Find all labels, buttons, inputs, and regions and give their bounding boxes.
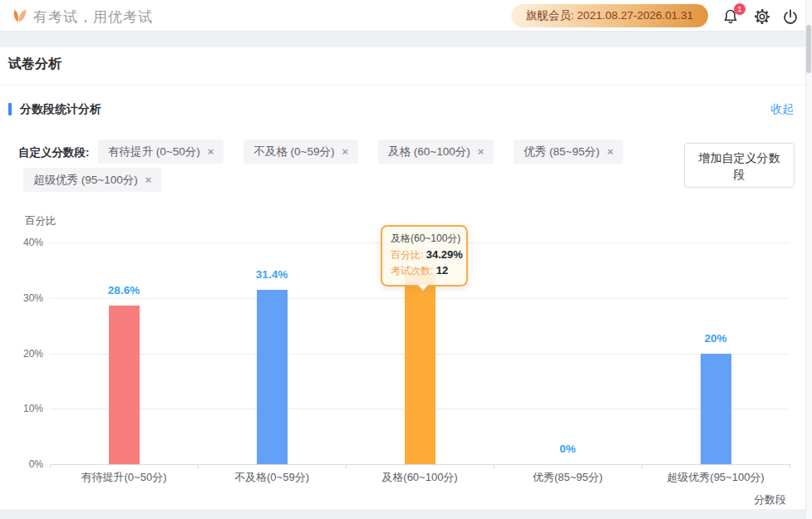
y-tick-label: 20% bbox=[7, 348, 43, 360]
top-header: 有考试，用优考试 旗舰会员: 2021.08.27-2026.01.31 1 bbox=[0, 0, 812, 32]
filter-label: 自定义分数段: bbox=[18, 145, 90, 160]
y-axis-name: 百分比 bbox=[25, 214, 57, 228]
collapse-link[interactable]: 收起 bbox=[770, 102, 794, 117]
x-tick-mark bbox=[50, 464, 51, 468]
score-range-bar-chart: 百分比 40%30%20%10%0%28.6%有待提升(0~50分)31.4%不… bbox=[0, 47, 805, 509]
logout-button[interactable] bbox=[780, 7, 800, 27]
filter-tag-label: 有待提升 (0~50分) bbox=[108, 144, 200, 159]
bar-value-label: 0% bbox=[530, 443, 605, 455]
x-category-label: 不及格(0~59分) bbox=[198, 470, 346, 485]
filter-tag-label: 超级优秀 (95~100分) bbox=[33, 173, 138, 188]
tag-row-2: 超级优秀 (95~100分)× bbox=[23, 168, 161, 192]
x-tick-mark bbox=[642, 464, 642, 468]
bar-value-label: 31.4% bbox=[234, 268, 309, 281]
x-tick-mark bbox=[790, 464, 790, 468]
filter-tag[interactable]: 不及格 (0~59分)× bbox=[244, 140, 358, 164]
filter-tag[interactable]: 有待提升 (0~50分)× bbox=[98, 140, 224, 164]
filter-tag-label: 优秀 (85~95分) bbox=[524, 144, 599, 159]
bar-3[interactable] bbox=[405, 274, 436, 464]
filter-tag[interactable]: 超级优秀 (95~100分)× bbox=[23, 168, 161, 192]
x-category-label: 超级优秀(95~100分) bbox=[642, 470, 790, 485]
main-panel: 试卷分析 分数段统计分析 收起 自定义分数段: 有待提升 (0~50分)×不及格… bbox=[0, 47, 805, 509]
app-logo-icon[interactable] bbox=[10, 6, 30, 26]
x-category-label: 及格(60~100分) bbox=[346, 470, 494, 485]
x-tick-mark bbox=[346, 464, 347, 468]
scrollbar-thumb[interactable] bbox=[806, 25, 811, 73]
tag-row-1: 有待提升 (0~50分)×不及格 (0~59分)×及格 (60~100分)×优秀… bbox=[98, 140, 623, 164]
y-tick-label: 0% bbox=[7, 458, 43, 470]
bar-value-label: 20% bbox=[678, 332, 753, 345]
power-icon bbox=[780, 7, 800, 27]
app-window: 有考试，用优考试 旗舰会员: 2021.08.27-2026.01.31 1 bbox=[0, 0, 812, 519]
bar-1[interactable] bbox=[109, 306, 140, 464]
filter-tag-label: 不及格 (0~59分) bbox=[253, 144, 334, 159]
remove-tag-icon[interactable]: × bbox=[208, 146, 214, 157]
settings-button[interactable] bbox=[752, 7, 772, 27]
x-axis-name: 分数段 bbox=[754, 492, 786, 507]
bar-2[interactable] bbox=[257, 290, 288, 464]
notification-count-badge: 1 bbox=[734, 3, 746, 15]
section-title: 分数段统计分析 bbox=[20, 102, 101, 117]
filter-tag-label: 及格 (60~100分) bbox=[388, 144, 470, 159]
bar-5[interactable] bbox=[701, 354, 731, 465]
bar-value-label: 28.6% bbox=[86, 284, 161, 296]
notification-bell-button[interactable]: 1 bbox=[721, 7, 741, 27]
remove-tag-icon[interactable]: × bbox=[145, 174, 152, 185]
x-tick-mark bbox=[198, 464, 199, 468]
tooltip-title: 及格(60~100分) bbox=[391, 232, 458, 246]
tooltip-row-percent: 百分比: 34.29% bbox=[391, 247, 458, 263]
add-custom-range-button[interactable]: 增加自定义分数段 bbox=[684, 143, 795, 188]
gear-icon bbox=[752, 7, 772, 27]
remove-tag-icon[interactable]: × bbox=[342, 146, 348, 157]
y-tick-label: 10% bbox=[7, 403, 43, 414]
x-category-label: 优秀(85~95分) bbox=[494, 470, 642, 485]
page-title: 试卷分析 bbox=[8, 56, 62, 73]
gridline bbox=[50, 242, 790, 243]
remove-tag-icon[interactable]: × bbox=[478, 146, 485, 157]
divider bbox=[0, 85, 805, 86]
filter-tag[interactable]: 优秀 (85~95分)× bbox=[514, 140, 623, 164]
section-marker bbox=[8, 103, 12, 115]
y-tick-label: 30% bbox=[7, 292, 43, 304]
remove-tag-icon[interactable]: × bbox=[607, 146, 613, 157]
x-tick-mark bbox=[494, 464, 495, 468]
filter-tag[interactable]: 及格 (60~100分)× bbox=[378, 140, 494, 164]
app-title: 有考试，用优考试 bbox=[33, 7, 153, 27]
bar-value-label: 34.3% bbox=[382, 252, 457, 265]
scrollbar[interactable] bbox=[805, 0, 812, 519]
membership-badge[interactable]: 旗舰会员: 2021.08.27-2026.01.31 bbox=[511, 4, 708, 27]
y-tick-label: 40% bbox=[7, 237, 43, 248]
x-axis-line bbox=[50, 464, 790, 465]
x-category-label: 有待提升(0~50分) bbox=[50, 470, 198, 485]
